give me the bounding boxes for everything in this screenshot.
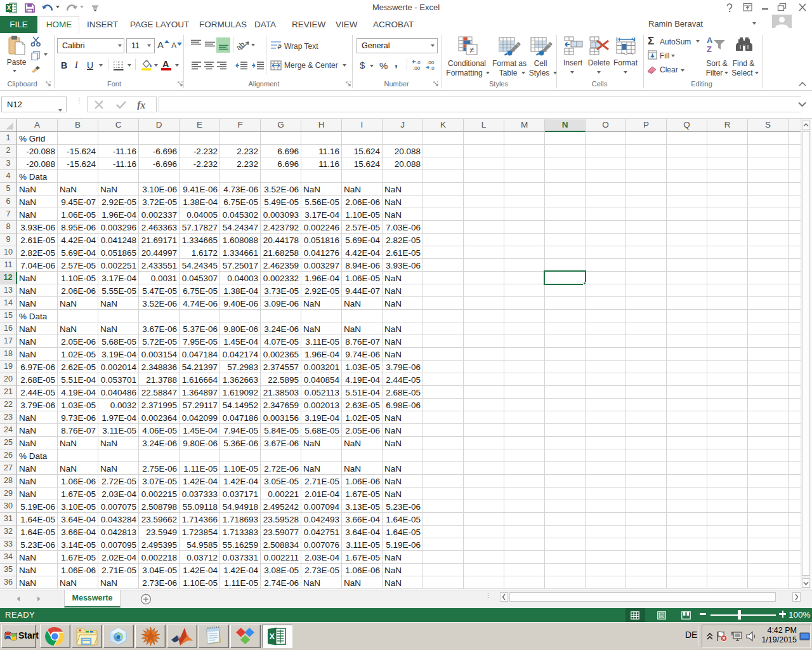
svg-text:.00: .00 — [427, 60, 435, 65]
svg-text:fx: fx — [137, 100, 145, 110]
svg-text:Z: Z — [707, 44, 712, 53]
svg-text:.0: .0 — [416, 60, 421, 65]
svg-text:X: X — [7, 4, 11, 11]
svg-text:A: A — [707, 36, 713, 45]
svg-text:.0: .0 — [430, 65, 435, 70]
svg-text:X: X — [270, 632, 275, 641]
svg-text:≠: ≠ — [469, 45, 474, 55]
svg-text:.00: .00 — [413, 65, 421, 70]
